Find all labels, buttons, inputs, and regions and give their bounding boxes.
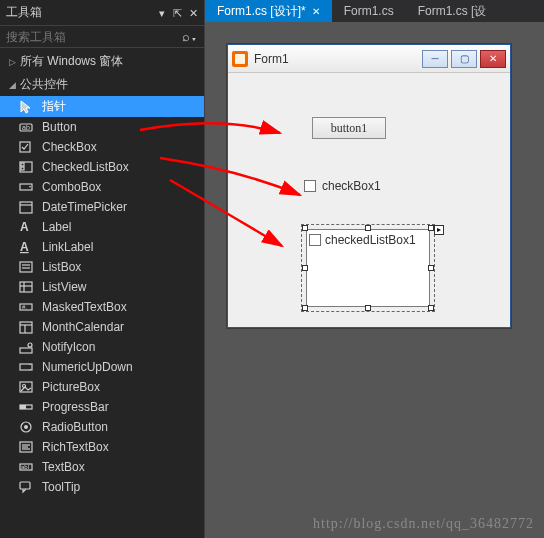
toolbox-item-textbox[interactable]: ablTextBox bbox=[0, 457, 204, 477]
form-titlebar: Form1 ─ ▢ ✕ bbox=[228, 45, 510, 73]
checkbox-box-icon bbox=[304, 180, 316, 192]
svg-text:abl: abl bbox=[21, 464, 29, 470]
resize-handle[interactable] bbox=[428, 265, 434, 271]
toolbox-item-label: NotifyIcon bbox=[42, 340, 95, 354]
toolbox-item-tooltip[interactable]: ToolTip bbox=[0, 477, 204, 497]
toolbox-item-datetimepicker[interactable]: DateTimePicker bbox=[0, 197, 204, 217]
toolbox-item-label: Label bbox=[42, 220, 71, 234]
toolbox-item-label: NumericUpDown bbox=[42, 360, 133, 374]
search-input[interactable] bbox=[6, 30, 182, 44]
resize-handle[interactable] bbox=[365, 305, 371, 311]
toolbox-item-label: DateTimePicker bbox=[42, 200, 127, 214]
toolbox-item-richtextbox[interactable]: RichTextBox bbox=[0, 437, 204, 457]
smart-tag-icon[interactable]: ▸ bbox=[434, 225, 444, 235]
checkbox-box-icon bbox=[309, 234, 321, 246]
toolbox-header: 工具箱 ▾ ⇱ ✕ bbox=[0, 0, 204, 26]
resize-handle[interactable] bbox=[302, 265, 308, 271]
toolbox-item-picturebox[interactable]: PictureBox bbox=[0, 377, 204, 397]
svg-rect-19 bbox=[20, 322, 32, 333]
toolbox-item-label: PictureBox bbox=[42, 380, 100, 394]
toolbox-item-progressbar[interactable]: ProgressBar bbox=[0, 397, 204, 417]
search-icon[interactable]: ⌕▾ bbox=[182, 29, 198, 44]
notifyicon-icon bbox=[18, 339, 34, 355]
toolbox-item-notifyicon[interactable]: NotifyIcon bbox=[0, 337, 204, 357]
textbox-icon: abl bbox=[18, 459, 34, 475]
listbox-icon bbox=[18, 259, 34, 275]
document-tab[interactable]: Form1.cs [设 bbox=[406, 0, 499, 23]
toolbox-item-label[interactable]: ALabel bbox=[0, 217, 204, 237]
toolbox-tree: ▷所有 Windows 窗体◢公共控件指针abButtonCheckBoxChe… bbox=[0, 48, 204, 538]
designer-checkedlistbox[interactable]: checkedListBox1 bbox=[306, 229, 430, 307]
toolbox-category[interactable]: ▷所有 Windows 窗体 bbox=[0, 50, 204, 73]
toolbox-item-指针[interactable]: 指针 bbox=[0, 96, 204, 117]
form-icon bbox=[232, 51, 248, 67]
resize-handle[interactable] bbox=[302, 305, 308, 311]
svg-rect-28 bbox=[20, 405, 26, 409]
linklabel-icon: A bbox=[18, 239, 34, 255]
maskedtextbox-icon: #. bbox=[18, 299, 34, 315]
toolbox-item-listbox[interactable]: ListBox bbox=[0, 257, 204, 277]
toolbox-item-maskedtextbox[interactable]: #.MaskedTextBox bbox=[0, 297, 204, 317]
label-icon: A bbox=[18, 219, 34, 235]
svg-rect-4 bbox=[21, 163, 24, 166]
form-client-area[interactable]: button1 checkBox1 checkedListBox1 bbox=[228, 73, 510, 327]
document-tab[interactable]: Form1.cs [设计]*✕ bbox=[205, 0, 332, 23]
toolbox-item-label: ProgressBar bbox=[42, 400, 109, 414]
maximize-button[interactable]: ▢ bbox=[451, 50, 477, 68]
svg-rect-7 bbox=[20, 202, 32, 213]
form-window[interactable]: Form1 ─ ▢ ✕ button1 checkBox1 bbox=[227, 44, 511, 328]
toolbox-item-listview[interactable]: ListView bbox=[0, 277, 204, 297]
svg-point-30 bbox=[24, 425, 28, 429]
toolbox-item-button[interactable]: abButton bbox=[0, 117, 204, 137]
close-icon[interactable]: ✕ bbox=[189, 7, 198, 19]
expand-arrow-icon: ◢ bbox=[6, 80, 18, 90]
toolbox-category[interactable]: ◢公共控件 bbox=[0, 73, 204, 96]
toolbox-search: ⌕▾ bbox=[0, 26, 204, 48]
svg-rect-11 bbox=[20, 262, 32, 272]
resize-handle[interactable] bbox=[365, 225, 371, 231]
tab-close-icon[interactable]: ✕ bbox=[312, 6, 320, 17]
toolbox-item-label: Button bbox=[42, 120, 77, 134]
designer-button[interactable]: button1 bbox=[312, 117, 386, 139]
designer-checkedlistbox-wrap[interactable]: checkedListBox1 ▸ bbox=[306, 229, 430, 307]
pin-icon[interactable]: ⇱ bbox=[173, 7, 182, 19]
richtextbox-icon bbox=[18, 439, 34, 455]
document-tab[interactable]: Form1.cs bbox=[332, 1, 406, 21]
button-icon: ab bbox=[18, 119, 34, 135]
svg-rect-5 bbox=[21, 167, 24, 170]
dropdown-icon[interactable]: ▾ bbox=[159, 7, 165, 19]
category-label: 所有 Windows 窗体 bbox=[20, 53, 123, 70]
picturebox-icon bbox=[18, 379, 34, 395]
checkbox-label: checkBox1 bbox=[322, 179, 381, 193]
toolbox-item-checkbox[interactable]: CheckBox bbox=[0, 137, 204, 157]
toolbox-item-label: ToolTip bbox=[42, 480, 80, 494]
close-button[interactable]: ✕ bbox=[480, 50, 506, 68]
pointer-icon bbox=[18, 99, 34, 115]
svg-text:ab: ab bbox=[22, 124, 30, 131]
toolbox-item-numericupdown[interactable]: NumericUpDown bbox=[0, 357, 204, 377]
form-title: Form1 bbox=[254, 52, 422, 66]
designer-checkbox[interactable]: checkBox1 bbox=[304, 179, 381, 193]
toolbox-item-combobox[interactable]: ComboBox bbox=[0, 177, 204, 197]
radiobutton-icon bbox=[18, 419, 34, 435]
progressbar-icon bbox=[18, 399, 34, 415]
toolbox-item-checkedlistbox[interactable]: CheckedListBox bbox=[0, 157, 204, 177]
toolbox-item-label: ListBox bbox=[42, 260, 81, 274]
toolbox-item-label: CheckBox bbox=[42, 140, 97, 154]
toolbox-item-radiobutton[interactable]: RadioButton bbox=[0, 417, 204, 437]
toolbox-item-linklabel[interactable]: ALinkLabel bbox=[0, 237, 204, 257]
toolbox-item-label: ListView bbox=[42, 280, 86, 294]
toolbox-item-label: RadioButton bbox=[42, 420, 108, 434]
toolbox-item-label: MonthCalendar bbox=[42, 320, 124, 334]
svg-text:#.: #. bbox=[22, 304, 27, 310]
toolbox-item-monthcalendar[interactable]: MonthCalendar bbox=[0, 317, 204, 337]
tab-label: Form1.cs [设 bbox=[418, 3, 487, 20]
design-surface[interactable]: Form1 ─ ▢ ✕ button1 checkBox1 bbox=[205, 22, 544, 538]
clb-item-label: checkedListBox1 bbox=[325, 232, 416, 248]
minimize-button[interactable]: ─ bbox=[422, 50, 448, 68]
expand-arrow-icon: ▷ bbox=[6, 57, 18, 67]
resize-handle[interactable] bbox=[428, 305, 434, 311]
toolbox-title: 工具箱 bbox=[6, 4, 155, 21]
datetimepicker-icon bbox=[18, 199, 34, 215]
resize-handle[interactable] bbox=[302, 225, 308, 231]
